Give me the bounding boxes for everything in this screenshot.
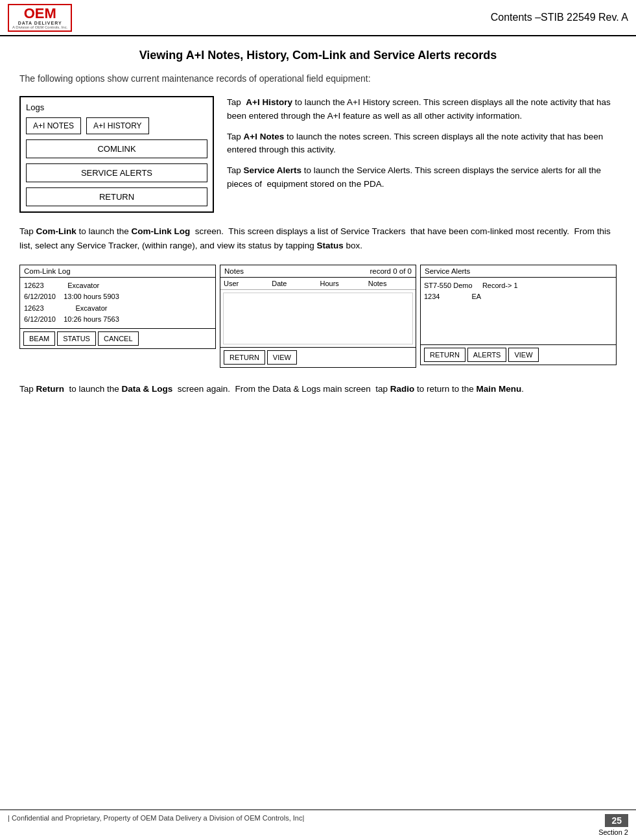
page-header: OEM DATA DELIVERY A Division of OEM Cont… [0,0,636,36]
service-alerts-body: ST7-550 Demo Record-> 1 1234 EA [421,278,616,344]
comlink-log-panel: Com-Link Log 12623 Excavator 6/12/2010 1… [19,265,216,349]
service-row2-right: EA [471,293,481,300]
service-return-button[interactable]: RETURN [424,348,465,362]
intro-text: The following options show current maint… [19,72,617,86]
cancel-button[interactable]: CANCEL [98,331,139,346]
footer-section: Section 2 [598,828,628,836]
main-content: Viewing A+I Notes, History, Com-Link and… [0,36,636,422]
logs-label: Logs [26,102,207,112]
footer-page-number: 25 [605,814,628,827]
comlink-row1-id: 12623 [24,282,44,289]
page-footer: | Confidential and Proprietary, Property… [0,810,636,840]
notes-col-hours: Hours [320,280,364,287]
ai-notes-button[interactable]: A+I NOTES [26,117,81,134]
comlink-row2-id: 12623 [24,304,44,312]
comlink-panel-footer: BEAM STATUS CANCEL [20,328,215,348]
middle-paragraph: Tap Com-Link to launch the Com-Link Log … [19,224,617,252]
service-panel-header: Service Alerts [421,265,616,278]
division-text: A Division of OEM Controls, Inc. [12,25,67,29]
service-row1-left: ST7-550 Demo [424,282,473,289]
comlink-row2: 12623 Excavator [24,303,211,315]
notes-column-headers: User Date Hours Notes [220,278,416,290]
logo-area: OEM DATA DELIVERY A Division of OEM Cont… [8,4,112,32]
service-alerts-button[interactable]: SERVICE ALERTS [26,163,207,182]
service-row1-right: Record-> 1 [482,282,518,289]
oem-logo-text: OEM [24,6,56,21]
comlink-row1: 12623 Excavator [24,280,211,292]
service-panel-footer: RETURN ALERTS VIEW [421,344,616,365]
notes-col-user: User [224,280,268,287]
notes-content-area [223,293,413,344]
service-alerts-panel: Service Alerts ST7-550 Demo Record-> 1 1… [420,265,617,365]
comlink-row2-detail: 6/12/2010 10:26 hours 7563 [24,314,211,326]
beam-button[interactable]: BEAM [23,331,55,346]
notes-return-button[interactable]: RETURN [224,350,265,365]
logo-box: OEM DATA DELIVERY A Division of OEM Cont… [8,4,72,32]
service-description: Tap Service Alerts to launch the Service… [227,164,617,191]
status-button[interactable]: STATUS [57,331,96,346]
footer-right: 25 Section 2 [598,814,628,836]
return-button[interactable]: RETURN [26,187,207,206]
notes-description: Tap A+I Notes to launch the notes screen… [227,130,617,157]
comlink-row1-detail: 6/12/2010 13:00 hours 5903 [24,291,211,303]
notes-history-row: A+I NOTES A+I HISTORY [26,117,207,134]
notes-record-count: record 0 of 0 [370,267,412,275]
screens-row: Com-Link Log 12623 Excavator 6/12/2010 1… [19,265,617,368]
notes-col-notes: Notes [368,280,412,287]
service-row2-left: 1234 [424,293,440,300]
notes-panel-header: Notes record 0 of 0 [220,265,416,278]
history-description: Tap A+I History to launch the A+I Histor… [227,96,617,123]
notes-view-button[interactable]: VIEW [267,350,297,365]
data-delivery-text: DATA DELIVERY [18,21,62,25]
notes-header-label: Notes [224,267,244,275]
description-column: Tap A+I History to launch the A+I Histor… [227,96,617,213]
ai-history-button[interactable]: A+I HISTORY [86,117,149,134]
logs-ui-panel: Logs A+I NOTES A+I HISTORY COMLINK SERVI… [19,96,214,213]
notes-panel: Notes record 0 of 0 User Date Hours Note… [220,265,416,368]
bottom-paragraph: Tap Return to launch the Data & Logs scr… [19,382,617,396]
comlink-row2-date: 6/12/2010 [24,315,56,323]
notes-panel-footer: RETURN VIEW [220,347,416,367]
service-view-button[interactable]: VIEW [508,348,538,362]
service-row1: ST7-550 Demo Record-> 1 [424,280,613,292]
section-row: Logs A+I NOTES A+I HISTORY COMLINK SERVI… [19,96,617,213]
header-title: Contents –STIB 22549 Rev. A [112,12,628,23]
comlink-row2-time: 10:26 hours 7563 [64,315,119,323]
service-header-label: Service Alerts [425,267,470,275]
comlink-header-label: Com-Link Log [24,267,71,275]
comlink-row1-time: 13:00 hours 5903 [64,293,119,300]
comlink-panel-header: Com-Link Log [20,265,215,278]
service-alerts-button[interactable]: ALERTS [467,348,507,362]
comlink-row2-type: Excavator [76,304,108,312]
comlink-button[interactable]: COMLINK [26,139,207,158]
notes-col-date: Date [272,280,316,287]
comlink-panel-body: 12623 Excavator 6/12/2010 13:00 hours 59… [20,278,215,328]
comlink-row1-date: 6/12/2010 [24,293,56,300]
page-title: Viewing A+I Notes, History, Com-Link and… [19,48,617,63]
comlink-row1-type: Excavator [67,282,99,289]
footer-confidential: | Confidential and Proprietary, Property… [8,814,304,836]
service-row2: 1234 EA [424,291,613,303]
